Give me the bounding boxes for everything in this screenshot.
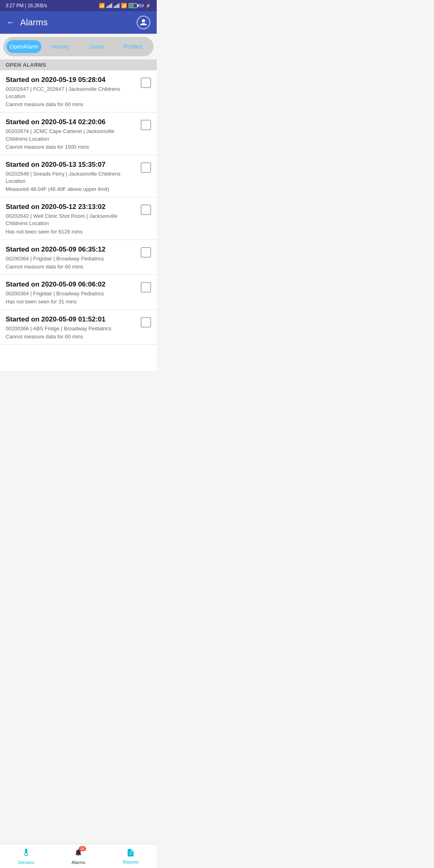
alarm-content: Started on 2020-05-14 02:20:06 00202674 … xyxy=(6,118,137,149)
alarm-checkbox[interactable] xyxy=(141,205,151,215)
back-button[interactable]: ← xyxy=(6,18,15,27)
alarm-content: Started on 2020-05-09 06:35:12 00200364 … xyxy=(6,246,137,270)
alarm-content: Started on 2020-05-09 06:06:02 00200364 … xyxy=(6,280,137,305)
section-label: OPEN ALARMS xyxy=(0,59,157,70)
alarm-item: Started on 2020-05-14 02:20:06 00202674 … xyxy=(0,113,157,155)
tab-profiles[interactable]: Profiles xyxy=(116,40,151,53)
page-title: Alarms xyxy=(20,17,137,28)
wifi-icon: 📶 xyxy=(121,3,127,8)
app-header: ← Alarms xyxy=(0,11,157,34)
alarm-sub: 00200364 | Frigidair | Broadway Pediatri… xyxy=(6,255,137,262)
alarm-checkbox[interactable] xyxy=(141,247,151,258)
alarm-list: Started on 2020-05-19 05:28:04 00202647 … xyxy=(0,70,157,371)
alarm-item: Started on 2020-05-09 01:52:01 00200366 … xyxy=(0,310,157,345)
alarm-sub: 00202674 | JCMC Cape Carteret | Jacksonv… xyxy=(6,128,137,142)
alarm-msg: Cannot measure data for 60 mins xyxy=(6,264,137,270)
alarm-sub: 00200366 | ABS Fridge | Broadway Pediatr… xyxy=(6,325,137,332)
alarm-msg: Has not been seen for 6126 mins xyxy=(6,229,137,235)
alarm-title: Started on 2020-05-12 23:13:02 xyxy=(6,203,137,211)
alarm-content: Started on 2020-05-19 05:28:04 00202647 … xyxy=(6,76,137,107)
alarm-msg: Cannot measure data for 60 mins xyxy=(6,334,137,340)
tab-open-alarm[interactable]: OpenAlarm xyxy=(6,40,41,53)
alarm-checkbox[interactable] xyxy=(141,120,151,130)
tab-bar: OpenAlarm History Users Profiles xyxy=(3,37,154,56)
alarm-title: Started on 2020-05-19 05:28:04 xyxy=(6,76,137,84)
alarm-item: Started on 2020-05-13 15:35:07 00202649 … xyxy=(0,155,157,197)
alarm-checkbox[interactable] xyxy=(141,162,151,173)
alarm-title: Started on 2020-05-13 15:35:07 xyxy=(6,161,137,169)
battery-icon xyxy=(129,3,137,8)
alarm-sub: 00202647 | FCC_202647 | Jacksonville Chi… xyxy=(6,86,137,100)
tab-users[interactable]: Users xyxy=(79,40,114,53)
alarm-content: Started on 2020-05-12 23:13:02 00202642 … xyxy=(6,203,137,234)
battery-level: 59 xyxy=(139,3,144,8)
alarm-item: Started on 2020-05-09 06:35:12 00200364 … xyxy=(0,240,157,275)
charging-icon: ⚡ xyxy=(145,3,151,8)
user-avatar[interactable] xyxy=(137,16,150,29)
alarm-title: Started on 2020-05-09 01:52:01 xyxy=(6,315,137,323)
status-icons: 📶 📶 59 ⚡ xyxy=(99,3,151,8)
alarm-title: Started on 2020-05-14 02:20:06 xyxy=(6,118,137,126)
alarm-msg: Measured 48.04F (46.40F above upper limi… xyxy=(6,186,137,192)
alarm-item: Started on 2020-05-09 06:06:02 00200364 … xyxy=(0,275,157,310)
signal-bars-1-icon xyxy=(106,3,112,8)
alarm-item: Started on 2020-05-19 05:28:04 00202647 … xyxy=(0,70,157,113)
bluetooth-icon: 📶 xyxy=(99,3,105,8)
alarm-checkbox[interactable] xyxy=(141,282,151,293)
signal-bars-2-icon xyxy=(114,3,119,8)
user-icon xyxy=(139,18,147,27)
status-time-speed: 3:27 PM | 16.2KB/s xyxy=(6,3,47,8)
alarm-title: Started on 2020-05-09 06:35:12 xyxy=(6,246,137,254)
alarm-content: Started on 2020-05-09 01:52:01 00200366 … xyxy=(6,315,137,340)
alarm-content: Started on 2020-05-13 15:35:07 00202649 … xyxy=(6,161,137,192)
tab-history[interactable]: History xyxy=(43,40,78,53)
status-bar: 3:27 PM | 16.2KB/s 📶 📶 59 ⚡ xyxy=(0,0,157,11)
alarm-checkbox[interactable] xyxy=(141,317,151,328)
alarm-msg: Cannot measure data for 60 mins xyxy=(6,101,137,107)
alarm-checkbox[interactable] xyxy=(141,78,151,88)
alarm-sub: 00202642 | Well Clinic Shot Room | Jacks… xyxy=(6,213,137,227)
alarm-sub: 00200364 | Frigidair | Broadway Pediatri… xyxy=(6,290,137,297)
alarm-title: Started on 2020-05-09 06:06:02 xyxy=(6,280,137,289)
alarm-msg: Cannot measure data for 1500 mins xyxy=(6,144,137,150)
alarm-item: Started on 2020-05-12 23:13:02 00202642 … xyxy=(0,197,157,240)
alarm-sub: 00202649 | Sneads Ferry | Jacksonville C… xyxy=(6,170,137,185)
alarm-msg: Has not been seen for 31 mins xyxy=(6,299,137,305)
